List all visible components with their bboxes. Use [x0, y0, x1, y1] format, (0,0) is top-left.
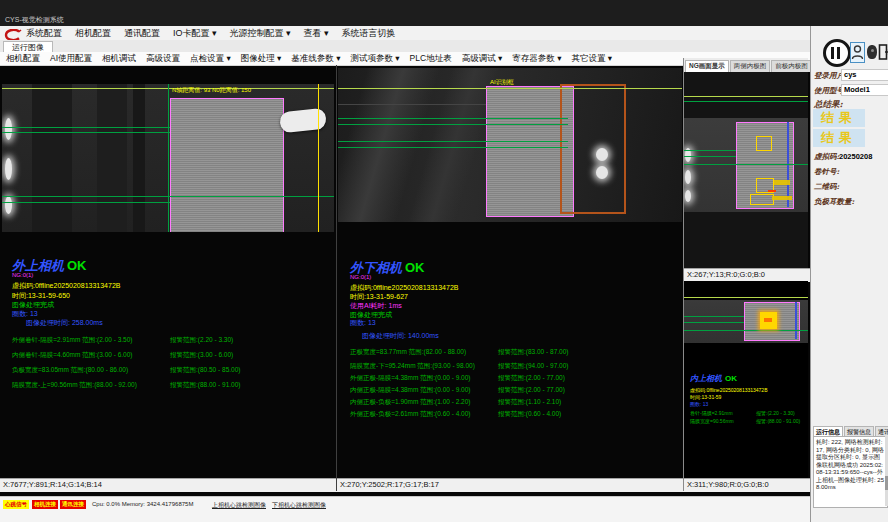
camera-name: 内上相机: [690, 373, 722, 383]
result-ok-text: OK: [725, 374, 737, 383]
lower-camera-heartbeat-link[interactable]: 下相机心跳检测图像: [272, 501, 326, 510]
pause-button[interactable]: [823, 39, 851, 67]
toolbar-other-settings[interactable]: 其它设置 ▾: [571, 53, 612, 65]
highlight-blob: [596, 148, 608, 161]
time-text: 时间:13-31-59: [690, 394, 721, 400]
camera-image-center[interactable]: AI识别框: [338, 68, 682, 222]
toolbar-advanced-settings[interactable]: 高级设置: [146, 53, 180, 65]
camera-name: 外下相机: [350, 260, 402, 275]
tab-ng-display[interactable]: NG画面显示: [685, 60, 729, 72]
measurement-text: 负极宽度=83.05mm 范围:(80.00 - 86.00): [12, 366, 128, 373]
barcode-text: 虚拟码:0ffline2025020813313472B: [12, 281, 120, 291]
menu-camera-config[interactable]: 相机配置: [75, 27, 111, 40]
measurement-text: 隔膜宽度=90.56mm: [690, 418, 734, 424]
menu-view[interactable]: 查看 ▾: [304, 27, 329, 40]
measurement-text: 隔膜宽度-上=90.56mm 范围:(88.00 - 92.00): [12, 381, 137, 388]
alarm-range-text: 报警:(88.00 - 91.00): [756, 418, 800, 424]
defect-mark-orange: [764, 318, 772, 322]
measurement-row: 隔膜宽度-上=90.56mm 范围:(88.00 - 92.00)报警范围:(8…: [12, 381, 334, 390]
measure-line: [2, 132, 170, 133]
toolbar-camera-debug[interactable]: 相机调试: [102, 53, 136, 65]
toolbar-ai-usage-config[interactable]: AI使用配置: [50, 53, 92, 65]
exit-button[interactable]: [877, 42, 888, 63]
heartbeat-status-badge: 心跳信号: [3, 500, 29, 509]
toolbar-items: 相机配置 AI使用配置 相机调试 高级设置 点检设置 ▾ 图像处理 ▾ 基准线参…: [6, 52, 612, 65]
toolbar-baseline-params[interactable]: 基准线参数 ▾: [291, 53, 340, 65]
menu-items: 系统配置 相机配置 通讯配置 IO卡配置 ▾ 光源控制配置 ▾ 查看 ▾ 系统语…: [26, 26, 396, 40]
toolbar-plc-address-table[interactable]: PLC地址表: [410, 53, 452, 65]
measurement-row: 外侧正极-负极=2.61mm 范围:(0.60 - 4.00)报警范围:(0.6…: [350, 410, 680, 419]
lock-icon: [867, 45, 877, 59]
toolbar-register-params[interactable]: 寄存器参数 ▾: [512, 53, 561, 65]
measure-line: [684, 164, 808, 165]
application-window: CYS-视觉检测系统 系统配置 相机配置 通讯配置 IO卡配置 ▾ 光源控制配置…: [0, 0, 888, 522]
menu-light-control-config[interactable]: 光源控制配置 ▾: [230, 27, 291, 40]
pause-icon: [837, 47, 840, 59]
measurement-row: 内侧卷针-隔膜=4.60mm 范围:(3.00 - 6.00)报警范围:(3.0…: [12, 351, 334, 360]
measure-line: [338, 118, 568, 119]
machine-structure: [97, 84, 127, 232]
log-text-area[interactable]: 耗时: 222, 网络检测耗时: 17, 网络分类耗时: 0, 网络提取分区耗时…: [813, 436, 888, 508]
toolbar-test-item-params[interactable]: 测试项参数 ▾: [350, 53, 399, 65]
machine-structure: [133, 84, 145, 232]
process-time-text: 图像处理时间: 258.00ms: [26, 318, 103, 328]
result-ok-text: OK: [405, 260, 425, 275]
model-field[interactable]: Model1: [841, 84, 888, 96]
alarm-range-text: 报警:(2.20 - 3.30): [756, 410, 795, 416]
alarm-range-text: 报警范围:(3.00 - 6.00): [170, 351, 233, 360]
measurement-row: 外侧卷针-隔膜=2.91mm 范围:(2.00 - 3.50)报警范围:(2.2…: [12, 336, 334, 345]
menu-language-switch[interactable]: 系统语言切换: [342, 27, 396, 40]
alarm-range-text: 报警范围:(2.20 - 3.30): [170, 336, 233, 345]
measurement-text: 外侧卷针-隔膜=2.91mm 范围:(2.00 - 3.50): [12, 336, 132, 343]
highlight-blob: [5, 158, 12, 180]
highlight-blob: [596, 166, 608, 179]
defect-mark-red: [768, 190, 776, 192]
cursor-line-vertical: [318, 84, 319, 232]
measure-line: [338, 141, 568, 142]
menu-system-config[interactable]: 系统配置: [26, 27, 62, 40]
camera-image-left[interactable]: N轴距离值: 93 N0距离值: 150: [2, 84, 334, 232]
tab-inner-pole-1[interactable]: 两侧内极图: [730, 60, 771, 72]
alarm-range-text: 报警范围:(83.00 - 87.00): [498, 348, 568, 357]
app-logo-icon: [4, 27, 22, 39]
measurement-row: 正极宽度=83.77mm 范围:(82.00 - 88.00)报警范围:(83.…: [350, 348, 680, 357]
defect-marker-box: [756, 136, 772, 151]
measurement-row: 内侧正极-隔膜=4.38mm 范围:(0.00 - 9.00)报警范围:(2.0…: [350, 386, 680, 395]
highlight-blob: [685, 170, 691, 184]
distance-annotation: N轴距离值: 93 N0距离值: 150: [172, 86, 251, 95]
toolbar-advanced-debug[interactable]: 高级调试 ▾: [462, 53, 503, 65]
reference-line: [338, 88, 682, 89]
login-user-field[interactable]: cys: [841, 69, 888, 81]
measurement-row: 卷针-隔膜=2.91mm报警:(2.20 - 3.30): [690, 410, 806, 416]
menu-io-card-config[interactable]: IO卡配置 ▾: [173, 27, 217, 40]
alarm-range-text: 报警范围:(2.00 - 77.00): [498, 386, 565, 395]
alarm-range-text: 报警范围:(94.00 - 97.00): [498, 362, 568, 371]
process-time-text: 图像处理时间: 140.00ms: [362, 331, 439, 341]
comm-connection-badge: 通讯连接: [60, 500, 86, 509]
result-box-1: 结果: [813, 109, 865, 127]
ng-counter-text: NG:0(1): [350, 274, 371, 280]
toolbar-camera-config[interactable]: 相机配置: [6, 53, 40, 65]
ai-detection-box: [560, 84, 626, 214]
loop-count-text: 圈数: 13: [350, 318, 376, 328]
defect-marker-box: [750, 194, 774, 205]
toolbar-image-processing[interactable]: 图像处理 ▾: [241, 53, 282, 65]
loop-count-text: 圈数: 13: [690, 401, 708, 407]
virtual-code-label: 虚拟码:: [814, 152, 839, 162]
cpu-memory-text: Cpu: 0.0% Memory: 3424.41796875M: [92, 501, 193, 507]
camera-name: 外上相机: [12, 258, 64, 273]
mini-view-1[interactable]: [684, 72, 808, 268]
defect-label-mark: [774, 180, 790, 185]
defect-label-mark: [772, 196, 792, 200]
tab-inner-pole-2[interactable]: 前极内极图: [771, 60, 812, 72]
app-status-bar: 心跳信号 相机连接 通讯连接 Cpu: 0.0% Memory: 3424.41…: [0, 496, 810, 522]
measure-line: [338, 147, 568, 148]
toolbar-spot-check[interactable]: 点检设置 ▾: [190, 53, 231, 65]
user-button[interactable]: [850, 42, 865, 63]
mini-view-2[interactable]: 内上相机OK 虚拟码:0ffline2025020813313472B 时间:1…: [684, 281, 808, 478]
upper-camera-heartbeat-link[interactable]: 上相机心跳检测图像: [212, 501, 266, 510]
menu-comm-config[interactable]: 通讯配置: [124, 27, 160, 40]
ai-box-annotation: AI识别框: [490, 78, 514, 87]
measurement-text: 内侧正极-隔膜=4.38mm 范围:(0.00 - 9.00): [350, 386, 470, 393]
measurement-row: 隔膜宽度=90.56mm报警:(88.00 - 91.00): [690, 418, 806, 424]
